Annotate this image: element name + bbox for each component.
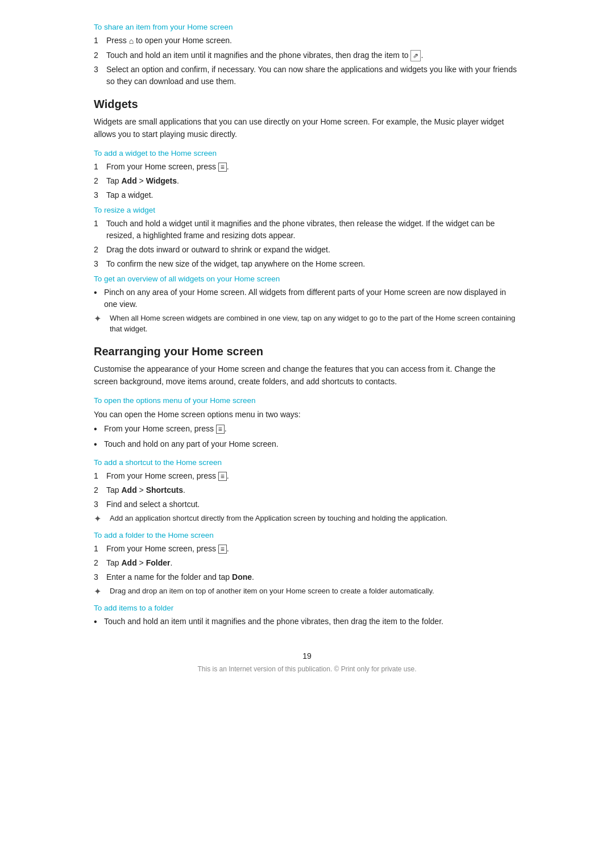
add-folder-step-1: 1 From your Home screen, press ≡. <box>94 543 520 555</box>
menu-icon: ≡ <box>218 163 227 172</box>
add-items-folder-heading: To add items to a folder <box>94 604 520 612</box>
add-shortcut-steps: 1 From your Home screen, press ≡. 2 Tap … <box>94 470 520 510</box>
add-widget-steps: 1 From your Home screen, press ≡. 2 Tap … <box>94 161 520 201</box>
add-shortcut-tip: ✦ Add an application shortcut directly f… <box>94 513 520 524</box>
add-items-folder-bullets: • Touch and hold an item until it magnif… <box>94 616 520 629</box>
resize-widget-heading: To resize a widget <box>94 206 520 214</box>
menu-icon-4: ≡ <box>218 545 227 554</box>
add-widget-subsection: To add a widget to the Home screen 1 Fro… <box>94 149 520 201</box>
tip-icon: ✦ <box>94 313 110 324</box>
options-menu-intro: You can open the Home screen options men… <box>94 408 520 421</box>
add-folder-tip: ✦ Drag and drop an item on top of anothe… <box>94 585 520 597</box>
add-shortcut-step-1: 1 From your Home screen, press ≡. <box>94 470 520 482</box>
page-number: 19 <box>94 651 520 661</box>
step-2: 2 Touch and hold an item until it magnif… <box>94 49 520 61</box>
options-menu-heading: To open the options menu of your Home sc… <box>94 396 520 405</box>
step-1: 1 Press ⌂ to open your Home screen. <box>94 35 520 47</box>
add-shortcut-subsection: To add a shortcut to the Home screen 1 F… <box>94 458 520 524</box>
add-items-folder-subsection: To add items to a folder • Touch and hol… <box>94 604 520 629</box>
resize-widget-step-2: 2 Drag the dots inward or outward to shr… <box>94 244 520 256</box>
share-item-steps: 1 Press ⌂ to open your Home screen. 2 To… <box>94 35 520 88</box>
tip-icon-3: ✦ <box>94 586 110 597</box>
overview-widgets-tip: ✦ When all Home screen widgets are combi… <box>94 313 520 335</box>
tip-icon-2: ✦ <box>94 513 110 524</box>
add-shortcut-heading: To add a shortcut to the Home screen <box>94 458 520 467</box>
footer-text: This is an Internet version of this publ… <box>94 665 520 673</box>
resize-widget-step-1: 1 Touch and hold a widget until it magni… <box>94 218 520 242</box>
add-shortcut-step-2: 2 Tap Add > Shortcuts. <box>94 484 520 496</box>
rearranging-intro: Customise the appearance of your Home sc… <box>94 363 520 388</box>
add-widget-heading: To add a widget to the Home screen <box>94 149 520 157</box>
overview-widgets-bullets: • Pinch on any area of your Home screen.… <box>94 286 520 310</box>
add-widget-step-2: 2 Tap Add > Widgets. <box>94 175 520 187</box>
options-menu-bullet-2: • Touch and hold on any part of your Hom… <box>94 438 520 451</box>
rearranging-heading: Rearranging your Home screen <box>94 345 520 358</box>
add-widget-step-1: 1 From your Home screen, press ≡. <box>94 161 520 173</box>
menu-icon-2: ≡ <box>216 425 225 434</box>
add-folder-heading: To add a folder to the Home screen <box>94 531 520 539</box>
overview-widgets-subsection: To get an overview of all widgets on you… <box>94 275 520 335</box>
menu-icon-3: ≡ <box>218 472 227 481</box>
add-widget-step-3: 3 Tap a widget. <box>94 189 520 201</box>
add-items-bullet-1: • Touch and hold an item until it magnif… <box>94 616 520 629</box>
share-item-section: To share an item from your Home screen 1… <box>94 23 520 88</box>
resize-widget-steps: 1 Touch and hold a widget until it magni… <box>94 218 520 270</box>
share-item-heading: To share an item from your Home screen <box>94 23 520 31</box>
add-shortcut-step-3: 3 Find and select a shortcut. <box>94 499 520 510</box>
options-menu-bullet-1: • From your Home screen, press ≡. <box>94 423 520 436</box>
widgets-intro: Widgets are small applications that you … <box>94 115 520 141</box>
options-menu-subsection: To open the options menu of your Home sc… <box>94 396 520 451</box>
step-3: 3 Select an option and confirm, if neces… <box>94 64 520 88</box>
home-icon: ⌂ <box>129 35 134 47</box>
overview-bullet-1: • Pinch on any area of your Home screen.… <box>94 286 520 310</box>
add-folder-step-3: 3 Enter a name for the folder and tap Do… <box>94 571 520 583</box>
add-folder-steps: 1 From your Home screen, press ≡. 2 Tap … <box>94 543 520 583</box>
rearranging-section: Rearranging your Home screen Customise t… <box>94 345 520 629</box>
widgets-heading: Widgets <box>94 98 520 111</box>
share-icon: ⇗ <box>410 50 421 61</box>
overview-widgets-heading: To get an overview of all widgets on you… <box>94 275 520 283</box>
resize-widget-subsection: To resize a widget 1 Touch and hold a wi… <box>94 206 520 270</box>
page-content: To share an item from your Home screen 1… <box>94 0 520 868</box>
add-folder-step-2: 2 Tap Add > Folder. <box>94 557 520 569</box>
add-folder-subsection: To add a folder to the Home screen 1 Fro… <box>94 531 520 597</box>
options-menu-bullets: • From your Home screen, press ≡. • Touc… <box>94 423 520 451</box>
resize-widget-step-3: 3 To confirm the new size of the widget,… <box>94 258 520 270</box>
widgets-section: Widgets Widgets are small applications t… <box>94 98 520 335</box>
